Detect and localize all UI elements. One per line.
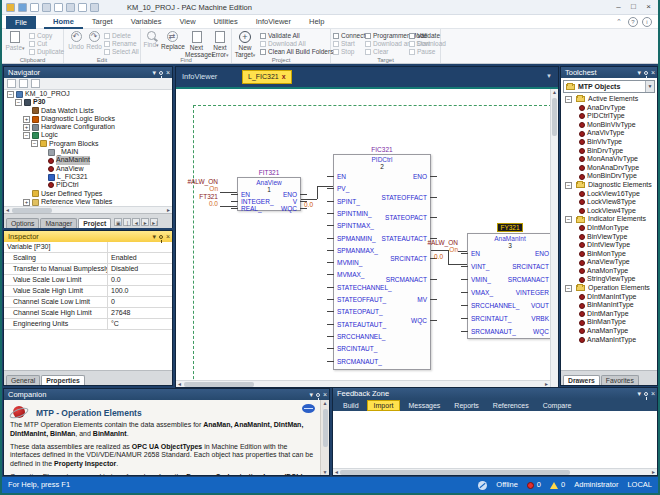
info-icon[interactable]: i <box>642 17 652 27</box>
feedback-tab-import[interactable]: Import <box>367 400 401 411</box>
download-all-button[interactable]: Download All <box>260 40 333 48</box>
clean-all-button[interactable]: Clean All Build Folders <box>260 48 333 56</box>
nav-view3-icon[interactable] <box>31 79 40 88</box>
collapse-icon[interactable]: − <box>565 96 572 103</box>
toolchest-pin-icon[interactable] <box>644 71 648 75</box>
toolchest-item[interactable]: BinMonType <box>561 250 657 259</box>
drawer-dropdown-icon[interactable]: ▼ <box>645 81 654 92</box>
start-button[interactable]: Start <box>333 40 365 48</box>
next-message-button[interactable]: Next Message▾ <box>185 31 208 58</box>
companion-pin-icon[interactable] <box>316 393 320 397</box>
property-value[interactable]: 0 <box>108 297 172 307</box>
toolchest-item[interactable]: AnaVlvType <box>561 129 657 138</box>
toolchest-item[interactable]: AnaManType <box>561 327 657 336</box>
toolchest-item[interactable]: DIntManIntType <box>561 293 657 302</box>
file-tab[interactable]: File <box>6 16 36 29</box>
feedback-close-icon[interactable]: × <box>651 388 655 399</box>
search-help-icon[interactable]: ? <box>628 17 638 27</box>
open-project-icon[interactable] <box>18 3 27 12</box>
ribbon-tab-view[interactable]: View <box>170 15 204 29</box>
tree-item[interactable]: L_FIC321 <box>4 173 172 181</box>
navigator-tab-manager[interactable]: Manager <box>40 218 77 228</box>
minimize-button[interactable]: – <box>611 0 626 14</box>
tab-scroll-buttons[interactable]: ▣|◄◄►►| <box>114 218 158 228</box>
collapse-icon[interactable]: − <box>15 99 22 106</box>
tree-item[interactable]: −P30 <box>4 98 172 106</box>
inspector-row[interactable]: Transfer to Manual BumplesslyDisabled <box>4 264 172 275</box>
inspector-row[interactable]: Value Scale High Limit100.0 <box>4 286 172 297</box>
toolchest-item[interactable]: StringViewType <box>561 275 657 284</box>
toolchest-tab-drawers[interactable]: Drawers <box>563 375 600 385</box>
property-value[interactable]: 100.0 <box>108 286 172 296</box>
ribbon-tab-utilities[interactable]: Utilities <box>205 15 247 29</box>
validate-all-button[interactable]: Validate All <box>260 32 333 40</box>
inspector-pin-icon[interactable] <box>159 235 163 239</box>
redo-button[interactable]: ↷ Redo <box>82 31 106 50</box>
toolchest-item[interactable]: BinViewType <box>561 233 657 242</box>
toolchest-item[interactable]: BinDrvType <box>561 147 657 156</box>
inspector-row[interactable]: ScalingEnabled <box>4 253 172 264</box>
toolchest-item[interactable]: LockView16Type <box>561 190 657 199</box>
download-button[interactable]: Download <box>409 40 446 48</box>
property-value[interactable]: Disabled <box>108 264 172 274</box>
toolchest-item[interactable]: LockView4Type <box>561 207 657 216</box>
toolchest-folder[interactable]: −Active Elements <box>561 95 657 104</box>
customize-icon[interactable] <box>90 3 99 12</box>
inspector-row[interactable]: Channel Scale High Limit27648 <box>4 308 172 319</box>
navigator-close-icon[interactable]: × <box>166 67 170 78</box>
companion-menu-icon[interactable]: ▾ <box>309 389 313 400</box>
drawer-select[interactable]: MTP Objects ▼ <box>563 80 655 93</box>
feedback-tab-build[interactable]: Build <box>337 401 365 410</box>
tree-item[interactable]: User Defined Types <box>4 190 172 198</box>
collapse-icon[interactable]: − <box>565 182 572 189</box>
maximize-button[interactable]: □ <box>626 0 641 14</box>
inspector-row[interactable]: Value Scale Low Limit0.0 <box>4 275 172 286</box>
toolchest-menu-icon[interactable]: ▾ <box>637 67 641 78</box>
tree-item[interactable]: +Reference View Tables <box>4 198 172 206</box>
inspector-row[interactable]: Variable [P30] <box>4 242 172 253</box>
ribbon-tab-home[interactable]: Home <box>44 15 83 29</box>
select-all-button[interactable]: Select All <box>104 48 139 56</box>
companion-globe-icon[interactable] <box>302 404 315 413</box>
toolchest-item[interactable]: LockView8Type <box>561 198 657 207</box>
nav-view1-icon[interactable] <box>7 79 16 88</box>
toolchest-item[interactable]: MonAnaVlvType <box>561 155 657 164</box>
toolchest-item[interactable]: MonBinVlvType <box>561 121 657 130</box>
expand-icon[interactable]: + <box>23 124 30 131</box>
feedback-hscrollbar[interactable]: ◄► <box>333 468 657 475</box>
stop-button[interactable]: Stop <box>333 48 365 56</box>
toolchest-item[interactable]: MonBinDrvType <box>561 172 657 181</box>
navigator-hscrollbar[interactable]: ◄► <box>4 206 172 213</box>
copy-button[interactable]: Copy <box>29 32 64 40</box>
toolchest-close-icon[interactable]: × <box>651 67 655 78</box>
feedback-tab-messages[interactable]: Messages <box>402 401 446 410</box>
find-button[interactable]: Find▾ <box>141 31 161 48</box>
connect-button[interactable]: Connect <box>333 32 365 40</box>
navigator-tab-options[interactable]: Options <box>6 218 39 228</box>
doc-tab-close-icon[interactable]: x <box>282 73 286 80</box>
expand-icon[interactable]: + <box>23 116 30 123</box>
tree-item[interactable]: +Diagnostic Logic Blocks <box>4 115 172 123</box>
expand-icon[interactable]: + <box>23 199 30 206</box>
inspector-tab-general[interactable]: General <box>6 375 40 385</box>
print-icon[interactable] <box>78 3 87 12</box>
property-value[interactable]: 0.0 <box>108 275 172 285</box>
tree-item[interactable]: _MAIN <box>4 148 172 156</box>
save-all-icon[interactable] <box>42 3 51 12</box>
next-error-button[interactable]: Next Error▾ <box>209 31 231 58</box>
property-value[interactable]: 27648 <box>108 308 172 318</box>
inspector-menu-icon[interactable]: ▾ <box>152 231 156 242</box>
paste-button[interactable]: Paste▾ <box>3 31 27 51</box>
tree-item[interactable]: AnaManInt <box>4 156 172 164</box>
inspector-row[interactable]: Engineering Units°C <box>4 319 172 330</box>
collapse-icon[interactable]: − <box>31 140 38 147</box>
toolchest-item[interactable]: BinManIntType <box>561 301 657 310</box>
tree-item[interactable]: +Hardware Configuration <box>4 123 172 131</box>
duplicate-button[interactable]: Duplicate <box>29 48 64 56</box>
property-value[interactable]: Enabled <box>108 253 172 263</box>
ribbon-tab-target[interactable]: Target <box>83 15 122 29</box>
tree-item[interactable]: PIDCtrl <box>4 181 172 189</box>
tree-item[interactable]: −KM_10_PROJ <box>4 90 172 98</box>
toolchest-item[interactable]: DIntMonType <box>561 224 657 233</box>
toolchest-item[interactable]: PIDCtrlType <box>561 112 657 121</box>
